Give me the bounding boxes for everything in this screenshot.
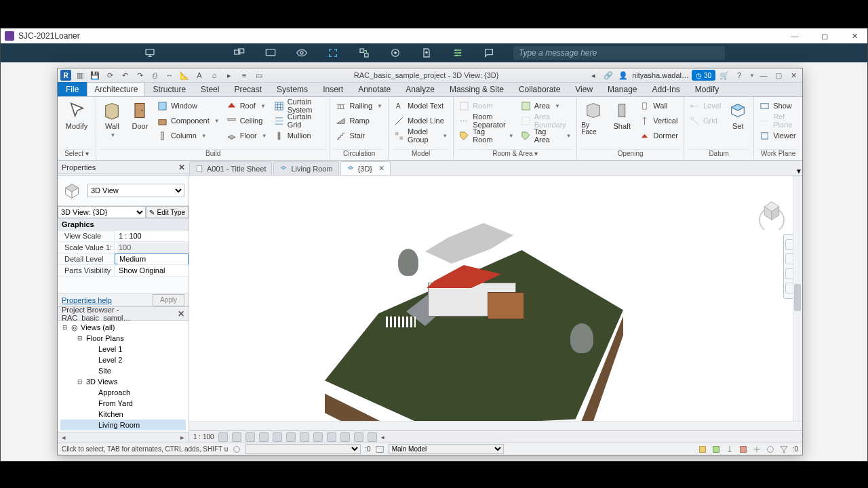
status-basepoint-icon[interactable]	[232, 445, 241, 454]
qat-tag-icon[interactable]: A	[193, 69, 205, 81]
view-tab-living-room[interactable]: Living Room	[273, 161, 338, 175]
ramp-button[interactable]: Ramp	[334, 113, 384, 128]
modify-button[interactable]: Modify	[62, 98, 92, 130]
shadows-icon[interactable]	[259, 432, 269, 442]
mullion-button[interactable]: Mullion	[273, 128, 326, 143]
visual-style-icon[interactable]	[232, 432, 241, 442]
type-selector[interactable]: 3D View	[87, 184, 184, 197]
nav-left-icon[interactable]: ◂	[587, 69, 599, 81]
tree-node[interactable]: Kitchen	[60, 409, 186, 420]
crop-region-icon[interactable]	[300, 432, 309, 442]
collapse-icon[interactable]: ⊟	[77, 378, 83, 385]
curtain-system-button[interactable]: Curtain System	[273, 98, 326, 113]
select-pinned-icon[interactable]	[725, 445, 734, 454]
background-process-icon[interactable]	[766, 445, 775, 454]
tree-node[interactable]: From Yard	[60, 398, 186, 409]
select-face-icon[interactable]	[738, 445, 748, 454]
tab-analyze[interactable]: Analyze	[398, 82, 442, 96]
instance-selector[interactable]: 3D View: {3D}	[58, 206, 146, 218]
tab-modify[interactable]: Modify	[688, 82, 726, 96]
tree-node[interactable]: ⊟Floor Plans	[60, 333, 186, 344]
inner-close-button[interactable]: ✕	[787, 69, 800, 81]
inner-minimize-button[interactable]: —	[757, 69, 770, 81]
area-button[interactable]: Area▼	[519, 98, 573, 113]
user-icon[interactable]: 👤	[617, 69, 629, 81]
status-workset-select[interactable]	[245, 444, 361, 454]
select-links-icon[interactable]	[698, 445, 707, 454]
reveal-hidden-icon[interactable]	[340, 432, 350, 442]
roof-button[interactable]: Roof▼	[225, 98, 269, 113]
component-button[interactable]: Component▼	[156, 113, 221, 128]
upload-icon[interactable]	[420, 47, 433, 58]
eye-icon[interactable]	[295, 47, 309, 58]
room-separator-button[interactable]: Room Separator	[458, 113, 515, 128]
collapse-icon[interactable]: ⊟	[77, 335, 83, 342]
tab-structure[interactable]: Structure	[145, 82, 193, 96]
constraints-icon[interactable]	[368, 432, 377, 442]
vertical-opening-button[interactable]: Vertical	[638, 113, 679, 128]
apply-button[interactable]: Apply	[153, 294, 184, 306]
property-row[interactable]: Detail Level	[58, 253, 189, 265]
tree-node[interactable]: Approach	[60, 387, 186, 398]
qat-3d-icon[interactable]: ⌂	[208, 69, 220, 81]
fullscreen-icon[interactable]	[326, 47, 340, 58]
viewport-h-scrollbar[interactable]	[189, 421, 802, 430]
stair-button[interactable]: Stair	[334, 128, 384, 143]
tab-precast[interactable]: Precast	[226, 82, 269, 96]
select-underlay-icon[interactable]	[711, 445, 721, 454]
multi-monitor-icon[interactable]	[233, 47, 246, 58]
outer-maximize-button[interactable]: ▢	[812, 28, 837, 43]
property-row[interactable]: Parts Visibility	[58, 265, 189, 277]
detail-level-icon[interactable]	[218, 432, 228, 442]
tab-architecture[interactable]: Architecture	[87, 82, 145, 96]
tag-room-button[interactable]: Tag Room▼	[458, 128, 515, 143]
viewer-button[interactable]: Viewer	[758, 128, 798, 143]
view-tab-3d[interactable]: {3D} ✕	[340, 161, 391, 175]
tree-root[interactable]: ⊟ ◎ Views (all)	[60, 322, 186, 333]
railing-button[interactable]: Railing▼	[334, 98, 384, 113]
property-value-input[interactable]	[117, 231, 189, 241]
tree-node[interactable]: Living Room	[60, 420, 186, 430]
group-title-select[interactable]: Select ▾	[62, 149, 92, 160]
revit-logo-icon[interactable]: R	[60, 70, 71, 81]
scroll-left-icon[interactable]: ◂	[62, 433, 66, 442]
qat-dimension-icon[interactable]: 📐	[178, 69, 191, 81]
property-row[interactable]: Scale Value 1:	[58, 242, 189, 253]
analytical-icon[interactable]	[354, 432, 363, 442]
view-cube[interactable]	[753, 193, 790, 230]
crop-view-icon[interactable]	[286, 432, 296, 442]
model-group-button[interactable]: Model Group▼	[393, 128, 449, 143]
column-button[interactable]: Column▼	[156, 128, 221, 143]
model-text-button[interactable]: AModel Text	[393, 98, 449, 113]
tag-area-button[interactable]: Tag Area▼	[519, 128, 573, 143]
tab-insert[interactable]: Insert	[315, 82, 351, 96]
cart-icon[interactable]: 🛒	[718, 69, 730, 81]
model-line-button[interactable]: Model Line	[393, 113, 449, 128]
settings-icon[interactable]	[451, 47, 465, 58]
qat-redo-icon[interactable]: ↷	[134, 69, 146, 81]
tree-node[interactable]: ⊟3D Views	[60, 376, 186, 387]
status-editable-icon[interactable]	[375, 445, 384, 454]
filter-icon[interactable]	[779, 445, 789, 454]
tab-annotate[interactable]: Annotate	[351, 82, 398, 96]
wall-opening-button[interactable]: Wall	[638, 98, 679, 113]
collapse-icon[interactable]: ⊟	[62, 324, 68, 331]
shaft-button[interactable]: Shaft	[610, 98, 634, 130]
chat-input[interactable]: Type a message here	[513, 46, 725, 60]
property-value-input[interactable]	[117, 266, 189, 276]
show-button[interactable]: Show	[758, 98, 798, 113]
help-icon[interactable]: ?	[733, 69, 745, 81]
curtain-grid-button[interactable]: Curtain Grid	[273, 113, 326, 128]
qat-print-icon[interactable]: ⎙	[149, 69, 161, 81]
set-button[interactable]: Set	[726, 98, 749, 130]
view-tabs-menu-icon[interactable]: ▼	[795, 167, 802, 175]
rendering-icon[interactable]	[273, 432, 282, 442]
file-tab[interactable]: File	[58, 82, 87, 96]
autosave-timer[interactable]: ◷ 30	[692, 70, 715, 81]
qat-save-icon[interactable]: 💾	[89, 69, 101, 81]
view-tab-title-sheet[interactable]: A001 - Title Sheet	[189, 161, 272, 175]
monitor-icon[interactable]	[143, 47, 157, 58]
view-scale-button[interactable]: 1 : 100	[193, 433, 214, 441]
group-title-room-area[interactable]: Room & Area ▾	[458, 149, 572, 160]
outer-minimize-button[interactable]: —	[782, 28, 808, 43]
